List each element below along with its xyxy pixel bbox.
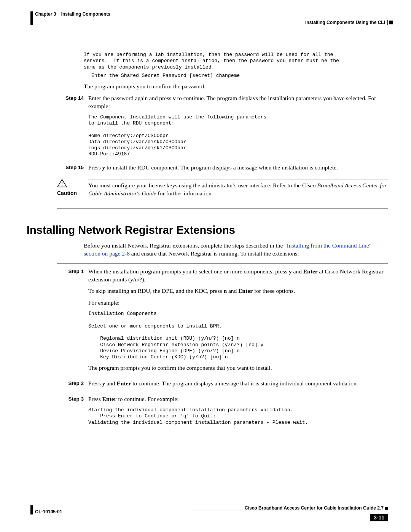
page-header: Chapter 3 Installing Components Installi… — [30, 11, 388, 25]
header-right: Installing Components Using the CLI — [305, 11, 388, 25]
step-2-label: Step 2 — [57, 380, 88, 391]
step-3-label: Step 3 — [57, 395, 88, 428]
intro-code-1: If you are performing a lab installation… — [84, 52, 388, 70]
step-1-p3: For example: — [88, 299, 388, 307]
step-1-p4: The program prompts you to confirm the c… — [88, 364, 388, 372]
footer-dot-icon — [385, 507, 388, 510]
step-3-code: Starting the individual component instal… — [88, 407, 388, 426]
step-2-text: Press y and Enter to continue. The progr… — [88, 380, 388, 388]
step-3-row: Step 3 Press Enter to continue. For exam… — [57, 395, 388, 428]
header-left: Chapter 3 Installing Components — [30, 11, 110, 25]
svg-point-2 — [62, 185, 62, 186]
caution-label-col: Caution — [57, 179, 88, 200]
section-intro: Before you install Network Registrar ext… — [84, 242, 388, 258]
step-14-label: Step 14 — [57, 94, 88, 160]
step-14-code: The Component Installation will use the … — [88, 114, 388, 158]
intro-code-2: Enter the Shared Secret Password [secret… — [91, 73, 388, 79]
caution-block: Caution You must configure your license … — [57, 179, 388, 200]
step-divider — [57, 263, 388, 264]
caution-icon — [57, 179, 67, 187]
step-15-row: Step 15 Press y to install the RDU compo… — [57, 164, 388, 176]
page-number: 3-11 — [370, 514, 388, 521]
step-15-text: Press y to install the RDU component. Th… — [88, 164, 388, 172]
step-1-label: Step 1 — [57, 268, 88, 376]
section-divider — [57, 208, 388, 209]
step-14-text: Enter the password again and press y to … — [88, 94, 388, 110]
step-2-row: Step 2 Press y and Enter to continue. Th… — [57, 380, 388, 391]
step-1-p2: To skip installing an RDU, the DPE, and … — [88, 287, 388, 295]
caution-text: You must configure your license keys usi… — [88, 182, 388, 198]
step-1-code: Installation Components Select one or mo… — [88, 311, 388, 360]
caution-label: Caution — [57, 190, 84, 196]
chapter-title: Installing Components — [61, 11, 110, 17]
footer-doc: Cisco Broadband Access Center for Cable … — [245, 505, 384, 511]
footer-ol: OL-19105-01 — [30, 505, 62, 514]
page-footer: OL-19105-01 Cisco Broadband Access Cente… — [30, 505, 388, 521]
section-title: Installing Components Using the CLI — [305, 20, 388, 25]
intro-para-2: The program prompts you to confirm the p… — [84, 83, 388, 91]
step-15-label: Step 15 — [57, 164, 88, 176]
step-3-text: Press Enter to continue. For example: — [88, 395, 388, 403]
step-1-p1: When the installation program prompts yo… — [88, 268, 388, 284]
chapter-label: Chapter 3 — [35, 11, 56, 17]
step-1-row: Step 1 When the installation program pro… — [57, 268, 388, 376]
step-14-row: Step 14 Enter the password again and pre… — [57, 94, 388, 160]
section-heading: Installing Network Registrar Extensions — [27, 224, 388, 236]
